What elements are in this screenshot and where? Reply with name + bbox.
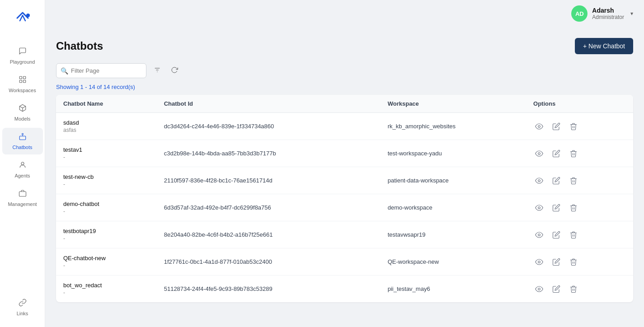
view-button-1[interactable] (533, 148, 545, 159)
table-row: demo-chatbot - 6d3d57af-32ad-492e-b4f7-d… (56, 194, 633, 221)
search-input[interactable] (56, 63, 146, 78)
sidebar-item-playground[interactable]: Playground (2, 42, 43, 69)
cell-id-3: 6d3d57af-32ad-492e-b4f7-dc6299f8a756 (157, 194, 381, 221)
sidebar-item-workspaces-label: Workspaces (9, 88, 36, 93)
view-button-5[interactable] (533, 256, 545, 268)
cell-workspace-4: testavwsapr19 (381, 221, 526, 248)
user-name: Adarsh (592, 7, 624, 14)
cell-options-3 (526, 194, 633, 221)
svg-rect-4 (23, 80, 25, 83)
grid-icon (19, 75, 27, 86)
cell-workspace-5: QE-workspace-new (381, 248, 526, 276)
cell-name-2: test-new-cb - (56, 167, 157, 194)
cell-options-2 (526, 167, 633, 194)
sidebar-item-chatbots[interactable]: Chatbots (2, 128, 43, 154)
sidebar-item-agents[interactable]: Agents (2, 156, 43, 183)
page-title: Chatbots (56, 40, 103, 52)
delete-button-2[interactable] (568, 175, 579, 187)
svg-rect-1 (19, 76, 22, 79)
cell-options-0 (526, 113, 633, 140)
col-chatbot-id: Chatbot Id (157, 95, 381, 113)
delete-button-4[interactable] (568, 229, 579, 241)
table-row: QE-chatbot-new - 1f27761c-0bc1-4a1d-877f… (56, 248, 633, 276)
sidebar-item-management[interactable]: Management (2, 185, 43, 211)
sidebar-item-playground-label: Playground (10, 59, 35, 65)
delete-button-1[interactable] (568, 148, 579, 159)
cell-options-6 (526, 276, 633, 303)
new-chatbot-button[interactable]: + New Chatbot (575, 38, 633, 54)
cell-id-5: 1f27761c-0bc1-4a1d-877f-010ab53c2400 (157, 248, 381, 276)
agent-icon (19, 161, 27, 171)
table-row: bot_wo_redact - 51128734-24f4-4fe5-9c93-… (56, 276, 633, 303)
filter-bar: 🔍 (56, 63, 633, 78)
view-button-2[interactable] (533, 175, 545, 187)
edit-button-3[interactable] (550, 202, 562, 214)
svg-rect-5 (19, 136, 26, 140)
svg-point-12 (538, 125, 541, 127)
cell-workspace-1: test-workspace-yadu (381, 140, 526, 167)
user-menu[interactable]: AD Adarsh Administrator ▾ (571, 5, 633, 22)
table-row: test-new-cb - 2110f597-836e-4f28-bc1c-76… (56, 167, 633, 194)
cell-options-4 (526, 221, 633, 248)
col-options: Options (526, 95, 633, 113)
cell-workspace-2: patient-data-workspace (381, 167, 526, 194)
refresh-button[interactable] (168, 64, 181, 78)
view-button-4[interactable] (533, 229, 545, 241)
edit-button-4[interactable] (550, 229, 562, 241)
search-icon: 🔍 (61, 67, 68, 75)
delete-button-6[interactable] (568, 283, 579, 295)
cell-name-5: QE-chatbot-new - (56, 248, 157, 276)
cell-options-1 (526, 140, 633, 167)
view-button-0[interactable] (533, 121, 545, 132)
chat-icon (19, 47, 27, 57)
svg-rect-8 (19, 192, 26, 196)
edit-button-2[interactable] (550, 175, 562, 187)
logo (9, 5, 36, 33)
cell-id-0: dc3d4264-c244-4e46-839e-1f334734a860 (157, 113, 381, 140)
table-header-row: Chatbot Name Chatbot Id Workspace Option… (56, 95, 633, 113)
svg-point-14 (538, 179, 541, 182)
sidebar-item-links-label: Links (17, 311, 28, 316)
svg-point-7 (21, 162, 24, 165)
sidebar-item-management-label: Management (8, 201, 37, 207)
sidebar-item-chatbots-label: Chatbots (12, 145, 32, 150)
page-header: Chatbots + New Chatbot (56, 38, 633, 54)
cell-id-6: 51128734-24f4-4fe5-9c93-89b783c53289 (157, 276, 381, 303)
svg-point-16 (538, 234, 541, 236)
delete-button-5[interactable] (568, 256, 579, 268)
cell-name-0: sdasd asfas (56, 113, 157, 140)
sidebar: Playground Workspaces Models Chatbots Ag… (0, 0, 45, 327)
edit-button-0[interactable] (550, 121, 562, 132)
delete-button-0[interactable] (568, 121, 579, 132)
sidebar-item-models[interactable]: Models (2, 99, 43, 126)
col-chatbot-name: Chatbot Name (56, 95, 157, 113)
table-row: sdasd asfas dc3d4264-c244-4e46-839e-1f33… (56, 113, 633, 140)
svg-rect-2 (23, 76, 25, 79)
svg-point-15 (538, 206, 541, 209)
svg-point-6 (22, 133, 23, 135)
management-icon (19, 189, 27, 200)
svg-point-13 (538, 152, 541, 154)
view-button-6[interactable] (533, 283, 545, 295)
chevron-down-icon: ▾ (630, 10, 633, 17)
chatbots-table: Chatbot Name Chatbot Id Workspace Option… (56, 95, 633, 302)
main-content: AD Adarsh Administrator ▾ Chatbots + New… (45, 0, 644, 327)
sidebar-item-links[interactable]: Links (2, 294, 43, 321)
cell-options-5 (526, 248, 633, 276)
col-workspace: Workspace (381, 95, 526, 113)
edit-button-1[interactable] (550, 148, 562, 159)
avatar: AD (571, 5, 588, 22)
cell-workspace-6: pii_testav_may6 (381, 276, 526, 303)
view-button-3[interactable] (533, 202, 545, 214)
sidebar-item-workspaces[interactable]: Workspaces (2, 71, 43, 98)
link-icon (19, 299, 27, 309)
edit-button-5[interactable] (550, 256, 562, 268)
table-row: testav1 - c3d2b98e-144b-4bda-aa85-7bb3d3… (56, 140, 633, 167)
cell-workspace-3: demo-workspace (381, 194, 526, 221)
delete-button-3[interactable] (568, 202, 579, 214)
edit-button-6[interactable] (550, 283, 562, 295)
records-info: Showing 1 - 14 of 14 record(s) (56, 84, 633, 90)
cell-workspace-0: rk_kb_amorphic_websites (381, 113, 526, 140)
table-row: testbotapr19 - 8e204a40-82be-4c6f-b4b2-a… (56, 221, 633, 248)
filter-options-button[interactable] (151, 64, 164, 78)
